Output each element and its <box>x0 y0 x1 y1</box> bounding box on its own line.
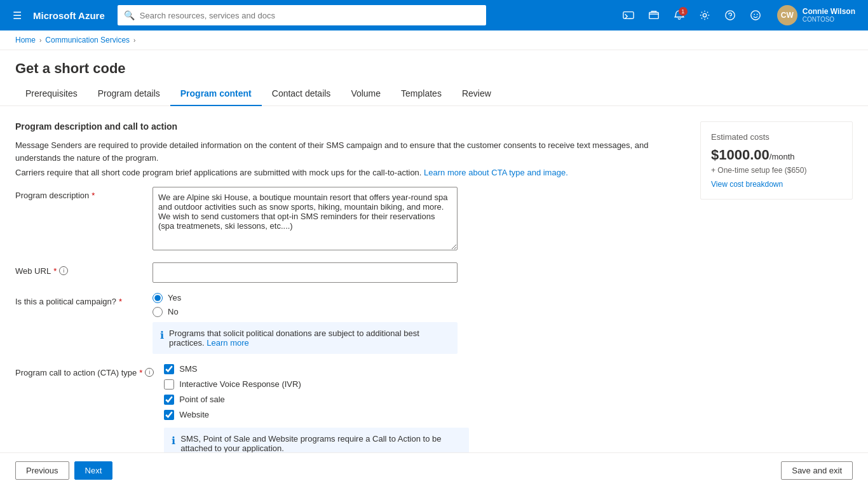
cost-amount: $1000.00 <box>711 147 770 163</box>
breadcrumb-section[interactable]: Communication Services <box>45 36 130 44</box>
cta-website-option[interactable]: Website <box>164 410 685 420</box>
breadcrumb: Home › Communication Services › <box>0 30 868 50</box>
user-info: Connie Wilson CONTOSO <box>803 7 855 24</box>
cta-ivr-checkbox[interactable] <box>164 379 174 390</box>
political-required: * <box>119 297 122 306</box>
search-bar[interactable]: 🔍 <box>118 5 486 25</box>
form-area: Program description and call to action M… <box>15 121 685 470</box>
web-url-info-icon[interactable]: i <box>59 266 68 275</box>
section-desc-text-2: Carriers require that all short code pro… <box>15 168 421 177</box>
svg-point-3 <box>703 13 706 17</box>
tab-review[interactable]: Review <box>452 82 501 106</box>
feedback-icon[interactable] <box>744 4 767 27</box>
political-no-option[interactable]: No <box>153 307 685 317</box>
svg-point-5 <box>729 17 730 18</box>
notification-badge: 1 <box>679 7 688 16</box>
political-yes-option[interactable]: Yes <box>153 293 685 303</box>
cta-sms-option[interactable]: SMS <box>164 364 685 374</box>
save-exit-button[interactable]: Save and exit <box>781 461 853 470</box>
web-url-input[interactable]: http://www.alpineskihouse.com/reminders/ <box>153 262 458 283</box>
svg-rect-2 <box>649 13 658 19</box>
political-notice-box: ℹ Programs that solicit political donati… <box>153 322 458 354</box>
settings-icon[interactable] <box>693 4 716 27</box>
program-description-label: Program description * <box>15 187 142 200</box>
topbar: ☰ Microsoft Azure 🔍 1 CW Connie Wilson <box>0 0 868 30</box>
cta-checkbox-group: SMS Interactive Voice Response (IVR) Poi… <box>164 364 685 420</box>
cost-period: /month <box>770 152 795 161</box>
cost-sidebar: Estimated costs $1000.00/month + One-tim… <box>700 121 853 200</box>
section-desc-text-1: Message Senders are required to provide … <box>15 140 649 163</box>
breadcrumb-sep-2: › <box>133 37 135 44</box>
help-icon[interactable] <box>719 4 742 27</box>
hamburger-icon[interactable]: ☰ <box>8 4 27 27</box>
search-input[interactable] <box>140 11 480 20</box>
app-title: Microsoft Azure <box>33 10 105 21</box>
cta-type-label-text: Program call to action (CTA) type <box>15 368 137 377</box>
cta-ivr-option[interactable]: Interactive Voice Response (IVR) <box>164 379 685 390</box>
cta-info-icon[interactable]: i <box>145 368 154 377</box>
political-yes-label: Yes <box>168 293 181 302</box>
political-campaign-row: Is this a political campaign? * Yes No ℹ <box>15 293 685 354</box>
section-description-2: Carriers require that all short code pro… <box>15 166 685 179</box>
cta-pos-label: Point of sale <box>179 395 225 404</box>
breadcrumb-home[interactable]: Home <box>15 36 36 44</box>
tab-contact-details[interactable]: Contact details <box>262 82 341 106</box>
bottom-bar: Previous Next Save and exit <box>0 452 868 470</box>
program-description-control: We are Alpine ski House, a boutique moun… <box>153 187 685 252</box>
previous-button[interactable]: Previous <box>15 461 69 470</box>
notification-icon[interactable]: 1 <box>668 4 691 27</box>
cta-learn-more-link[interactable]: Learn more about CTA type and image. <box>424 168 568 177</box>
web-url-row: Web URL * i http://www.alpineskihouse.co… <box>15 262 685 283</box>
political-notice-text: Programs that solicit political donation… <box>169 329 450 348</box>
cost-breakdown-link[interactable]: View cost breakdown <box>711 180 842 189</box>
political-yes-radio[interactable] <box>153 293 163 303</box>
cta-ivr-label: Interactive Voice Response (IVR) <box>179 379 301 389</box>
cta-control: SMS Interactive Voice Response (IVR) Poi… <box>164 364 685 459</box>
cta-website-checkbox[interactable] <box>164 410 174 420</box>
cta-website-label: Website <box>179 410 209 419</box>
cost-setup: + One-time setup fee ($650) <box>711 166 842 175</box>
breadcrumb-sep-1: › <box>39 37 41 44</box>
cta-required: * <box>139 368 142 377</box>
tab-program-details[interactable]: Program details <box>88 82 170 106</box>
directory-icon[interactable] <box>642 4 665 27</box>
web-url-label: Web URL * i <box>15 262 142 276</box>
cta-sms-checkbox[interactable] <box>164 364 174 374</box>
political-label-text: Is this a political campaign? <box>15 297 116 306</box>
cta-type-row: Program call to action (CTA) type * i SM… <box>15 364 685 459</box>
program-description-row: Program description * We are Alpine ski … <box>15 187 685 252</box>
tab-prerequisites[interactable]: Prerequisites <box>15 82 88 106</box>
cta-pos-checkbox[interactable] <box>164 395 174 405</box>
political-radio-group: Yes No <box>153 293 685 317</box>
section-description-1: Message Senders are required to provide … <box>15 139 685 164</box>
user-menu[interactable]: CW Connie Wilson CONTOSO <box>772 3 860 28</box>
cta-notice-icon: ℹ <box>172 435 175 447</box>
cost-title: Estimated costs <box>711 132 842 142</box>
page-header: Get a short code <box>0 50 868 82</box>
avatar: CW <box>777 5 797 25</box>
tab-program-content[interactable]: Program content <box>170 82 262 106</box>
cta-notice-text: SMS, Point of Sale and Website programs … <box>180 434 461 453</box>
program-description-textarea[interactable]: We are Alpine ski House, a boutique moun… <box>153 187 458 250</box>
cloud-shell-icon[interactable] <box>617 4 640 27</box>
page-title: Get a short code <box>15 60 853 77</box>
political-control: Yes No ℹ Programs that solicit political… <box>153 293 685 354</box>
cost-amount-line: $1000.00/month <box>711 147 842 163</box>
political-learn-more-link[interactable]: Learn more <box>207 338 248 348</box>
next-button[interactable]: Next <box>74 461 113 470</box>
program-description-required: * <box>92 191 95 200</box>
cta-pos-option[interactable]: Point of sale <box>164 395 685 405</box>
tab-templates[interactable]: Templates <box>391 82 452 106</box>
svg-point-6 <box>751 11 760 20</box>
main-content: Program description and call to action M… <box>0 106 868 470</box>
political-no-radio[interactable] <box>153 307 163 317</box>
web-url-label-text: Web URL <box>15 266 51 276</box>
topbar-icons: 1 CW Connie Wilson CONTOSO <box>617 3 860 28</box>
svg-rect-0 <box>623 12 634 19</box>
political-no-label: No <box>168 307 179 316</box>
program-description-label-text: Program description <box>15 191 89 200</box>
tabs: Prerequisites Program details Program co… <box>0 82 868 106</box>
web-url-required: * <box>53 266 57 276</box>
cta-sms-label: SMS <box>179 364 197 374</box>
tab-volume[interactable]: Volume <box>341 82 391 106</box>
